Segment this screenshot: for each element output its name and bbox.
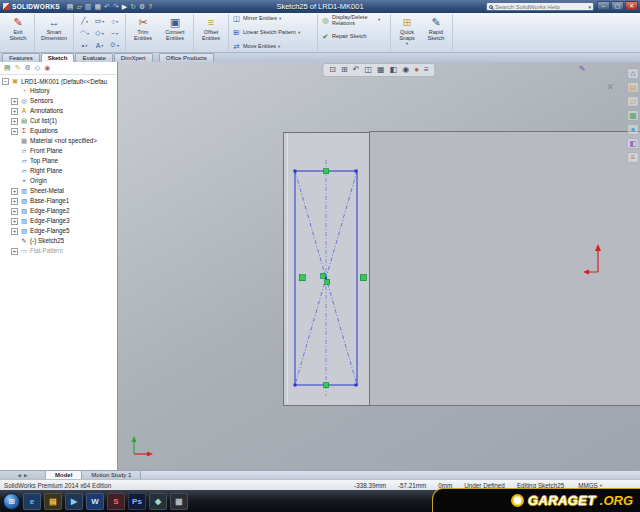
tree-root-item[interactable]: − ▣ LRD1-MK001 (Default<<Defau [0,75,117,86]
taskbar-app-icon[interactable]: e [23,493,41,510]
chevron-down-icon[interactable]: ▾ [298,31,300,36]
tree-item[interactable]: ▱ Right Plane [0,166,117,176]
command-tab[interactable]: DimXpert [114,53,153,62]
ribbon-small-button[interactable]: ⊞ Linear Sketch Pattern ▾ [232,29,314,37]
tree-item[interactable]: + ◎ Sensors [0,96,117,106]
quick-access-icon[interactable]: ▱ [76,1,81,12]
taskbar-app-icon[interactable]: S [107,493,125,510]
taskbar-app-icon[interactable]: ▦ [170,493,188,510]
ribbon-small-button[interactable]: ◫ Mirror Entities ▾ [232,15,314,23]
task-pane-icon[interactable]: ● [627,124,639,135]
chevron-down-icon[interactable]: ▾ [116,31,118,36]
task-pane-icon[interactable]: ▦ [627,110,639,121]
tree-expand-toggle[interactable]: + [11,108,18,115]
quick-access-icon[interactable]: ? [148,1,152,12]
sketch-entity-button[interactable]: ╱ ▾ [77,15,92,27]
task-pane-icon[interactable]: ◧ [627,138,639,149]
tree-expand-toggle[interactable] [11,158,18,165]
maximize-button[interactable]: ▢ [611,1,624,10]
ribbon-small-button[interactable]: ✔ Repair Sketch [321,33,387,41]
tree-item[interactable]: ◔ History [0,86,117,96]
view-tool-icon[interactable]: ↶ [353,65,360,75]
tree-item[interactable]: + ▨ Edge-Flange5 [0,226,117,236]
tree-expand-toggle[interactable]: + [11,188,18,195]
panel-tab-icon[interactable]: ✎ [15,64,21,72]
quick-access-icon[interactable]: ▥ [85,1,92,12]
view-tool-icon[interactable]: ◧ [390,65,398,75]
tree-expand-toggle[interactable] [11,168,18,175]
command-tab[interactable]: Features [2,53,40,62]
chevron-down-icon[interactable]: ▾ [279,17,281,22]
tree-expand-toggle[interactable]: + [11,228,18,235]
taskbar-app-icon[interactable]: ▶ [65,493,83,510]
tree-item[interactable]: ▦ Material <not specified> [0,136,117,146]
close-button[interactable]: ✕ [625,1,638,10]
sketch-entity-button[interactable]: • ▾ [77,39,92,51]
trim-entities-button[interactable]: ✂ Trim Entities [129,15,157,42]
taskbar-app-icon[interactable]: W [86,493,104,510]
ribbon-small-button[interactable]: ⇄ Move Entities ▾ [232,43,314,51]
tree-expand-toggle[interactable] [11,238,18,245]
tree-expand-toggle[interactable]: + [11,128,18,135]
rapid-sketch-button[interactable]: ✎ Rapid Sketch [423,15,449,42]
view-tool-icon[interactable]: ◫ [364,65,372,75]
panel-tab-icon[interactable]: ⚙ [25,64,31,72]
tree-item[interactable]: + ▭ Flat-Pattern [0,246,117,256]
task-pane-icon[interactable]: ▤ [627,82,639,93]
sheet-metal-part[interactable] [283,131,640,405]
sketch-entity-button[interactable]: ~ ▾ [107,27,122,39]
tree-expand-toggle[interactable]: + [11,218,18,225]
tree-item[interactable]: ⌖ Origin [0,176,117,186]
chevron-down-icon[interactable]: ▾ [116,19,118,24]
chevron-down-icon[interactable]: ▾ [101,43,103,48]
tree-item[interactable]: + ▨ Edge-Flange2 [0,206,117,216]
ribbon-small-button[interactable]: ◎ Display/Delete Relations ▾ [321,15,387,27]
tree-expand-toggle[interactable]: + [11,208,18,215]
quick-access-icon[interactable]: ▤ [67,1,74,12]
sketch-indicator-icon[interactable]: ✎ [578,64,586,74]
sketch-entity-button[interactable]: ◇ ▾ [92,27,107,39]
offset-entities-button[interactable]: ≡ Offset Entities [197,15,225,42]
scroll-right-icon[interactable]: ▶ [24,473,27,478]
tab-motion-study[interactable]: Motion Study 1 [82,471,141,479]
quick-snaps-button[interactable]: ⊞ Quick Snaps ▾ [394,15,420,46]
panel-tab-icon[interactable]: ◉ [44,64,50,72]
chevron-down-icon[interactable]: ▾ [102,19,104,24]
quick-access-icon[interactable]: ▦ [94,1,101,12]
exit-sketch-button[interactable]: ✎ Exit Sketch [5,15,31,42]
tab-scroll-controls[interactable]: ◀ ▶ [0,471,46,479]
chevron-down-icon[interactable]: ▾ [85,43,87,48]
tree-expand-toggle[interactable]: + [11,98,18,105]
quick-access-icon[interactable]: ↶ [104,1,110,12]
panel-tab-icon[interactable]: ◇ [35,64,40,72]
chevron-down-icon[interactable]: ▾ [102,31,104,36]
tree-item[interactable]: ▱ Front Plane [0,146,117,156]
tree-expand-toggle[interactable] [11,148,18,155]
tree-item[interactable]: ▱ Top Plane [0,156,117,166]
view-tool-icon[interactable]: ⊞ [341,65,348,75]
sketch-entity-button[interactable]: ▭ ▾ [92,15,107,27]
scroll-left-icon[interactable]: ◀ [18,473,21,478]
tree-item[interactable]: + ▤ Cut list(1) [0,116,117,126]
chevron-down-icon[interactable]: ▾ [117,43,119,48]
quick-access-icon[interactable]: ↻ [130,1,136,12]
chevron-down-icon[interactable]: ▾ [87,31,89,36]
tree-expand-toggle[interactable]: + [11,198,18,205]
search-box[interactable]: ▾ [486,2,594,11]
tree-expand-toggle[interactable]: + [11,248,18,255]
convert-entities-button[interactable]: ▣ Convert Entities [160,15,190,42]
taskbar-app-icon[interactable]: Ps [128,493,146,510]
view-tool-icon[interactable]: ≡ [424,65,429,75]
panel-tab-icon[interactable]: ▤ [4,64,11,72]
quick-access-icon[interactable]: ↷ [113,1,119,12]
task-pane-icon[interactable]: ≡ [627,152,639,163]
taskbar-app-icon[interactable]: ◆ [149,493,167,510]
minimize-button[interactable]: – [597,1,610,10]
search-input[interactable] [495,4,586,10]
command-tab[interactable]: Sketch [41,53,75,62]
sketch-entity-button[interactable]: ⊙ ▾ [107,39,122,51]
command-tab[interactable]: Evaluate [75,53,112,62]
smart-dimension-button[interactable]: ↔ Smart Dimension [38,15,70,42]
command-tab[interactable]: Office Products [159,53,214,62]
tree-expand-toggle[interactable] [11,138,18,145]
